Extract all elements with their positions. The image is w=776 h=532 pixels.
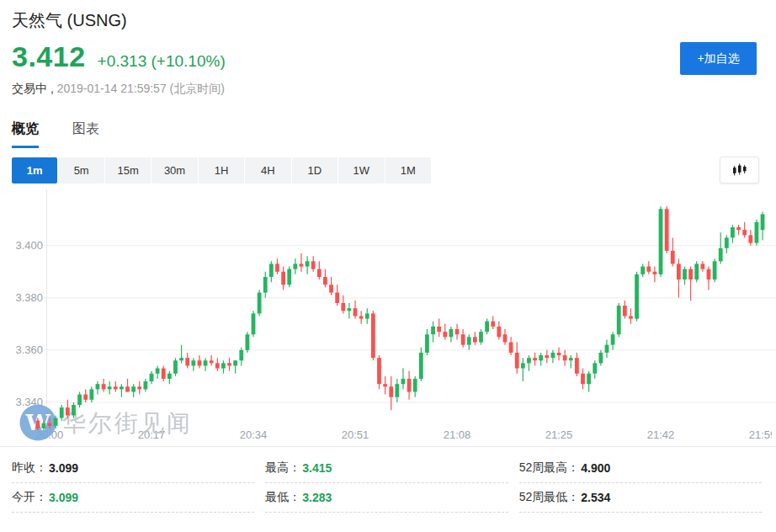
stat-label: 52周最低： — [519, 490, 580, 505]
last-price: 3.412 — [12, 40, 86, 73]
quote-timestamp: 2019-01-14 21:59:57 (北京时间) — [54, 82, 225, 95]
period-1M[interactable]: 1M — [385, 157, 431, 184]
stat-value: 3.099 — [49, 491, 78, 504]
x-axis-label: 21:08 — [444, 428, 471, 441]
stat-row: 昨收：3.099 — [12, 454, 254, 483]
x-axis-label: 21:25 — [545, 428, 573, 441]
stat-row: 今开：3.099 — [12, 483, 254, 513]
x-axis-label: 20:51 — [342, 428, 369, 441]
period-1D[interactable]: 1D — [292, 157, 338, 184]
candlestick-icon — [731, 163, 748, 178]
stat-row: 最低：3.283 — [265, 483, 508, 513]
stat-label: 昨收： — [12, 460, 47, 476]
stats-column: 最高：3.415最低：3.283 — [265, 454, 508, 513]
add-to-watchlist-button[interactable]: +加自选 — [680, 42, 757, 75]
stat-row: 52周最高：4.900 — [519, 454, 762, 483]
price-row: 3.412 +0.313 (+10.10%) — [12, 40, 226, 73]
tab-chart[interactable]: 图表 — [72, 120, 99, 148]
period-30m[interactable]: 30m — [151, 157, 197, 184]
stat-value: 4.900 — [581, 461, 610, 475]
stat-value: 3.283 — [302, 491, 332, 504]
x-axis-label: 21:42 — [647, 428, 675, 441]
price-chart[interactable]: 3.4003.3803.3603.34020:0020:1720:3420:51… — [0, 189, 776, 447]
tab-bar: 概览 图表 — [12, 120, 133, 148]
stat-row: 52周最低：2.534 — [519, 483, 762, 513]
period-1m[interactable]: 1m — [12, 157, 57, 184]
watermark-text: 华尔街见闻 — [62, 410, 193, 436]
period-15m[interactable]: 15m — [105, 157, 151, 184]
period-5m[interactable]: 5m — [58, 157, 104, 184]
candlestick-style-button[interactable] — [720, 157, 759, 184]
instrument-page: 天然气 (USNG) 3.412 +0.313 (+10.10%) 交易中 , … — [0, 0, 776, 532]
x-axis-label: 21:59 — [749, 428, 776, 441]
period-1W[interactable]: 1W — [338, 157, 384, 184]
x-axis-label: 20:34 — [240, 428, 268, 441]
stat-label: 今开： — [12, 490, 47, 505]
stat-label: 最低： — [265, 490, 300, 505]
page-title: 天然气 (USNG) — [12, 9, 127, 32]
period-1H[interactable]: 1H — [199, 157, 244, 184]
stat-value: 2.534 — [581, 491, 610, 504]
period-4H[interactable]: 4H — [245, 157, 290, 184]
period-selector: 1m5m15m30m1H4H1D1W1M — [12, 157, 431, 184]
stat-value: 3.415 — [302, 461, 332, 475]
stats-panel: 昨收：3.099今开：3.099最高：3.415最低：3.28352周最高：4.… — [12, 454, 762, 513]
stat-label: 最高： — [265, 460, 300, 476]
price-change: +0.313 (+10.10%) — [98, 52, 226, 71]
stat-value: 3.099 — [49, 461, 78, 475]
trading-status-row: 交易中 , 2019-01-14 21:59:57 (北京时间) — [12, 82, 225, 97]
stat-row: 最高：3.415 — [265, 454, 508, 483]
candles-layer — [35, 206, 764, 434]
y-axis-label: 3.360 — [15, 343, 43, 356]
stat-label: 52周最高： — [519, 460, 580, 476]
y-axis-label: 3.400 — [15, 239, 43, 252]
watermark: W华尔街见闻 — [20, 405, 194, 441]
tab-overview[interactable]: 概览 — [12, 120, 39, 148]
trading-status: 交易中 , — [12, 82, 54, 95]
y-axis-label: 3.380 — [15, 291, 43, 304]
stats-column: 52周最高：4.90052周最低：2.534 — [519, 454, 762, 513]
stats-column: 昨收：3.099今开：3.099 — [12, 454, 254, 513]
